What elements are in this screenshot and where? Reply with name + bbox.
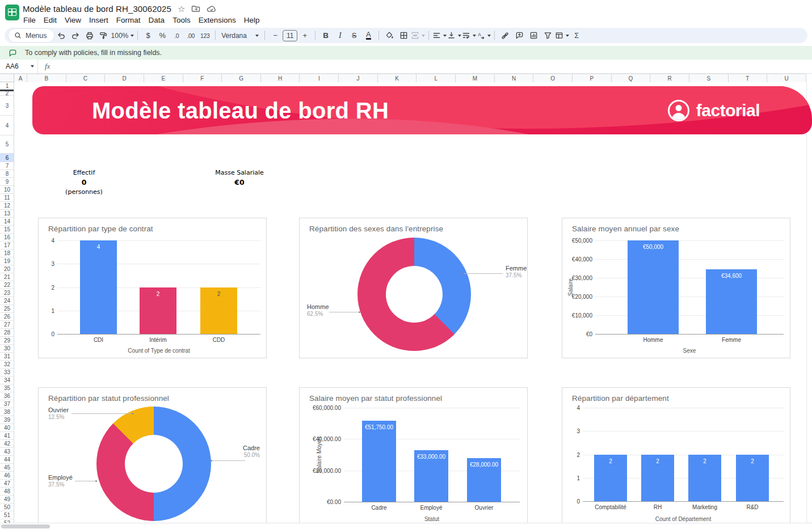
column-header-R[interactable]: R bbox=[650, 74, 689, 83]
column-header-F[interactable]: F bbox=[183, 74, 222, 83]
chevron-down-icon[interactable] bbox=[31, 65, 34, 67]
move-folder-icon[interactable] bbox=[191, 4, 200, 13]
merge-cells-button[interactable] bbox=[411, 29, 425, 43]
column-header-S[interactable]: S bbox=[689, 74, 729, 83]
row-header-19[interactable]: 19 bbox=[0, 257, 14, 265]
text-rotation-button[interactable]: A bbox=[477, 29, 491, 43]
row-header-42[interactable]: 42 bbox=[0, 440, 14, 448]
row-header-46[interactable]: 46 bbox=[0, 472, 14, 480]
row-header-51[interactable]: 51 bbox=[0, 511, 14, 519]
row-header-16[interactable]: 16 bbox=[0, 234, 14, 242]
increase-font-size-button[interactable]: + bbox=[298, 29, 312, 43]
google-sheets-logo-icon[interactable] bbox=[5, 5, 19, 20]
column-header-N[interactable]: N bbox=[495, 74, 534, 83]
insert-chart-button[interactable] bbox=[527, 29, 540, 43]
format-currency-button[interactable]: $ bbox=[141, 29, 155, 43]
row-header-28[interactable]: 28 bbox=[0, 329, 14, 337]
comment-bubble-icon[interactable] bbox=[9, 49, 17, 57]
column-header-A[interactable]: A bbox=[14, 74, 27, 83]
horizontal-align-button[interactable] bbox=[432, 29, 447, 43]
row-header-11[interactable]: 11 bbox=[0, 194, 14, 202]
column-header-L[interactable]: L bbox=[416, 74, 456, 83]
chart-salary-by-status[interactable]: Salaire moyen par statut professionnel€6… bbox=[299, 387, 528, 523]
menu-insert[interactable]: Insert bbox=[85, 15, 112, 26]
vertical-align-button[interactable] bbox=[447, 29, 461, 43]
row-header-8[interactable]: 8 bbox=[0, 170, 14, 178]
chart-gender-split[interactable]: Répartition des sexes dans l'entrepriseF… bbox=[299, 218, 528, 358]
row-header-50[interactable]: 50 bbox=[0, 503, 14, 511]
star-icon[interactable]: ☆ bbox=[178, 5, 185, 13]
undo-button[interactable] bbox=[54, 29, 68, 43]
print-button[interactable] bbox=[83, 29, 96, 43]
row-header-4[interactable]: 4 bbox=[0, 116, 14, 136]
increase-decimals-button[interactable]: .00 bbox=[184, 29, 197, 43]
column-header-J[interactable]: J bbox=[339, 74, 378, 83]
column-header-B[interactable]: B bbox=[27, 74, 66, 83]
row-header-21[interactable]: 21 bbox=[0, 273, 14, 281]
row-header-40[interactable]: 40 bbox=[0, 424, 14, 432]
row-header-2[interactable]: 2 bbox=[0, 91, 14, 96]
column-header-M[interactable]: M bbox=[456, 74, 495, 83]
cloud-status-icon[interactable] bbox=[207, 5, 217, 13]
row-header-34[interactable]: 34 bbox=[0, 376, 14, 384]
chart-department-split[interactable]: Répartition par département432102Comptab… bbox=[562, 387, 790, 523]
menu-extensions[interactable]: Extensions bbox=[195, 15, 240, 26]
italic-button[interactable]: I bbox=[333, 29, 347, 43]
row-header-39[interactable]: 39 bbox=[0, 416, 14, 424]
menu-view[interactable]: View bbox=[61, 15, 85, 26]
row-header-33[interactable]: 33 bbox=[0, 369, 14, 376]
select-all-corner[interactable] bbox=[0, 74, 14, 82]
borders-button[interactable] bbox=[397, 29, 410, 43]
row-header-1[interactable]: 1 bbox=[0, 82, 14, 90]
font-size-input[interactable]: 11 bbox=[283, 30, 297, 41]
menu-data[interactable]: Data bbox=[145, 15, 169, 26]
row-header-30[interactable]: 30 bbox=[0, 345, 14, 353]
column-header-Q[interactable]: Q bbox=[612, 74, 651, 83]
sheet-canvas[interactable]: Modèle tableau de bord RH factorial Effe… bbox=[14, 82, 812, 523]
decrease-font-size-button[interactable]: − bbox=[268, 29, 282, 43]
row-header-9[interactable]: 9 bbox=[0, 178, 14, 186]
row-header-23[interactable]: 23 bbox=[0, 289, 14, 297]
row-header-20[interactable]: 20 bbox=[0, 265, 14, 273]
bold-button[interactable]: B bbox=[319, 29, 333, 43]
strikethrough-button[interactable]: S bbox=[347, 29, 361, 43]
chart-status-split[interactable]: Répartition par statut professionnelCadr… bbox=[38, 387, 267, 523]
zoom-select[interactable]: 100% bbox=[111, 29, 134, 43]
row-header-12[interactable]: 12 bbox=[0, 202, 14, 210]
column-header-E[interactable]: E bbox=[144, 74, 183, 83]
row-header-49[interactable]: 49 bbox=[0, 496, 14, 503]
format-percent-button[interactable]: % bbox=[155, 29, 169, 43]
row-header-43[interactable]: 43 bbox=[0, 448, 14, 456]
row-header-15[interactable]: 15 bbox=[0, 226, 14, 234]
row-header-25[interactable]: 25 bbox=[0, 305, 14, 313]
row-header-10[interactable]: 10 bbox=[0, 186, 14, 194]
row-header-14[interactable]: 14 bbox=[0, 218, 14, 226]
column-header-C[interactable]: C bbox=[66, 74, 106, 83]
menu-format[interactable]: Format bbox=[112, 15, 145, 26]
column-header-U[interactable]: U bbox=[767, 74, 806, 83]
row-header-44[interactable]: 44 bbox=[0, 456, 14, 464]
insert-link-button[interactable] bbox=[498, 29, 512, 43]
decrease-decimals-button[interactable]: .0 bbox=[170, 29, 183, 43]
row-header-7[interactable]: 7 bbox=[0, 162, 14, 170]
name-box[interactable]: AA6 bbox=[0, 62, 30, 70]
chart-salary-by-gender[interactable]: Salaire moyen annuel par sexe€50,000€40,… bbox=[562, 218, 790, 358]
column-header-H[interactable]: H bbox=[261, 74, 300, 83]
row-header-47[interactable]: 47 bbox=[0, 480, 14, 488]
row-header-22[interactable]: 22 bbox=[0, 281, 14, 289]
filter-button[interactable] bbox=[541, 29, 554, 43]
horizontal-scrollbar-thumb[interactable] bbox=[1, 524, 50, 528]
column-header-O[interactable]: O bbox=[533, 74, 573, 83]
row-header-32[interactable]: 32 bbox=[0, 361, 14, 369]
column-header-T[interactable]: T bbox=[729, 74, 768, 83]
fx-icon[interactable]: fx bbox=[45, 62, 50, 71]
menu-tools[interactable]: Tools bbox=[169, 15, 195, 26]
row-header-38[interactable]: 38 bbox=[0, 408, 14, 416]
functions-button[interactable]: Σ bbox=[570, 29, 583, 43]
column-header-K[interactable]: K bbox=[378, 74, 417, 83]
text-wrap-button[interactable] bbox=[462, 29, 476, 43]
row-header-31[interactable]: 31 bbox=[0, 353, 14, 361]
row-header-17[interactable]: 17 bbox=[0, 242, 14, 249]
row-header-24[interactable]: 24 bbox=[0, 297, 14, 305]
menu-file[interactable]: File bbox=[19, 15, 40, 26]
